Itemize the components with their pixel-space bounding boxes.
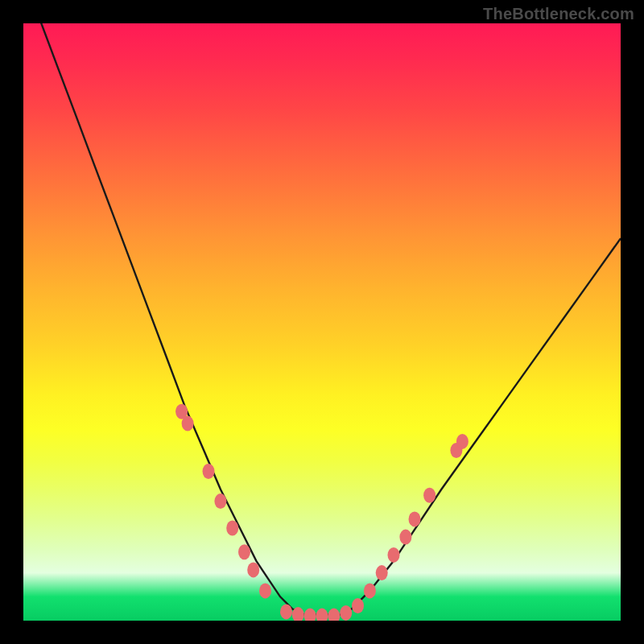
curve-marker [364,583,376,598]
curve-markers [175,404,469,621]
curve-marker [409,511,421,526]
curve-marker [226,521,238,536]
curve-marker [340,605,352,621]
watermark-text: TheBottleneck.com [483,5,634,23]
curve-marker [259,583,271,598]
curve-marker [238,544,250,559]
curve-marker [316,609,328,621]
curve-marker [423,488,436,503]
chart-svg [23,23,621,621]
curve-marker [280,604,292,619]
curve-marker [182,416,194,431]
curve-marker [328,609,340,621]
curve-marker [388,547,400,563]
plot-area [23,23,621,621]
chart-frame: TheBottleneck.com [0,0,644,644]
bottleneck-curve [23,23,621,615]
curve-marker [456,434,469,449]
curve-marker [247,562,259,577]
curve-marker [304,609,316,621]
curve-marker [214,493,226,509]
curve-marker [399,530,411,545]
curve-marker [376,565,388,580]
curve-marker [203,464,215,479]
curve-marker [352,598,364,613]
